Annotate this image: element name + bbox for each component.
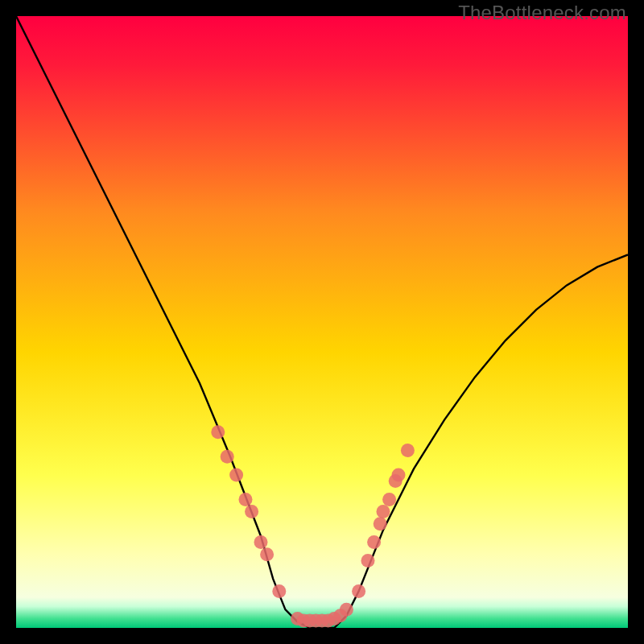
data-marker <box>401 444 415 457</box>
data-marker <box>367 535 381 549</box>
watermark-text: TheBottleneck.com <box>458 2 626 24</box>
bottleneck-chart <box>16 16 628 628</box>
data-marker <box>245 505 258 518</box>
data-marker <box>272 584 286 598</box>
data-marker <box>221 450 234 464</box>
data-marker <box>382 493 396 506</box>
data-marker <box>392 469 406 482</box>
gradient-bg <box>16 16 628 628</box>
data-marker <box>260 547 274 561</box>
chart-frame <box>16 16 628 628</box>
data-marker <box>239 493 253 506</box>
data-marker <box>211 425 225 439</box>
data-marker <box>374 517 387 530</box>
data-marker <box>254 535 268 549</box>
data-marker <box>340 603 353 617</box>
data-marker <box>352 584 365 598</box>
data-marker <box>377 505 390 518</box>
data-marker <box>361 554 375 568</box>
data-marker <box>229 469 243 482</box>
